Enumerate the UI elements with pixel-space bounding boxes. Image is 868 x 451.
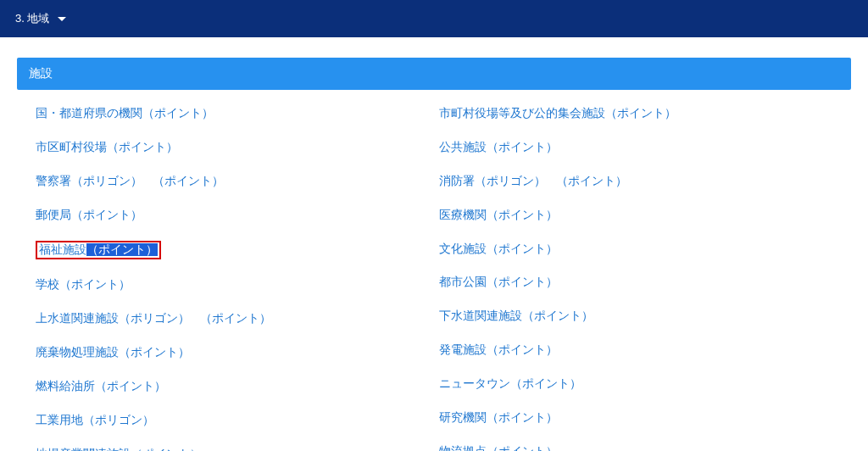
facility-link[interactable]: （ポイント）: [153, 175, 224, 187]
facility-link[interactable]: 発電施設（ポイント）: [439, 343, 558, 356]
facility-link[interactable]: 公共施設（ポイント）: [439, 141, 558, 153]
content: 施設 国・都道府県の機関（ポイント）市区町村役場（ポイント）警察署（ポリゴン）（…: [0, 37, 868, 451]
facility-link[interactable]: 市町村役場等及び公的集会施設（ポイント）: [439, 107, 676, 120]
facility-link[interactable]: 学校（ポイント）: [36, 278, 131, 291]
link-row: 廃棄物処理施設（ポイント）: [36, 344, 439, 361]
link-row: 地場産業関連施設（ポイント）: [36, 446, 439, 451]
highlighted-link[interactable]: 福祉施設（ポイント）: [36, 241, 161, 260]
caret-down-icon[interactable]: [58, 17, 66, 21]
link-row: 物流拠点（ポイント）: [439, 443, 843, 451]
facility-link[interactable]: （ポイント）: [556, 175, 627, 187]
link-row: 都市公園（ポイント）: [439, 274, 843, 291]
link-row: 燃料給油所（ポイント）: [36, 378, 439, 395]
facility-link[interactable]: ニュータウン（ポイント）: [439, 377, 581, 390]
link-row: 研究機関（ポイント）: [439, 409, 843, 426]
link-row: 郵便局（ポイント）: [36, 207, 439, 224]
facility-link[interactable]: 郵便局（ポイント）: [36, 209, 142, 221]
topbar-label[interactable]: 3. 地域: [15, 11, 49, 26]
topbar: 3. 地域: [0, 0, 868, 37]
link-column-right: 市町村役場等及び公的集会施設（ポイント）公共施設（ポイント）消防署（ポリゴン）（…: [439, 105, 843, 451]
link-row: 国・都道府県の機関（ポイント）: [36, 105, 439, 122]
facility-link[interactable]: 燃料給油所（ポイント）: [36, 380, 166, 393]
link-row: ニュータウン（ポイント）: [439, 376, 843, 393]
facility-link[interactable]: 工業用地（ポリゴン）: [36, 414, 154, 426]
link-row: 工業用地（ポリゴン）: [36, 412, 439, 429]
facility-link[interactable]: 医療機関（ポイント）: [439, 209, 558, 221]
facility-link[interactable]: 上水道関連施設（ポリゴン）: [36, 312, 190, 325]
facility-link[interactable]: 警察署（ポリゴン）: [36, 175, 142, 187]
link-row: 発電施設（ポイント）: [439, 342, 843, 359]
link-row: 市町村役場等及び公的集会施設（ポイント）: [439, 105, 843, 122]
link-area: 国・都道府県の機関（ポイント）市区町村役場（ポイント）警察署（ポリゴン）（ポイン…: [17, 90, 851, 451]
link-row: 文化施設（ポイント）: [439, 241, 843, 258]
facility-link[interactable]: 地場産業関連施設（ポイント）: [36, 448, 202, 451]
facility-link[interactable]: 都市公園（ポイント）: [439, 276, 558, 288]
facility-link[interactable]: 市区町村役場（ポイント）: [36, 141, 178, 153]
link-row: 学校（ポイント）: [36, 276, 439, 293]
link-column-left: 国・都道府県の機関（ポイント）市区町村役場（ポイント）警察署（ポリゴン）（ポイン…: [36, 105, 439, 451]
facility-link[interactable]: 文化施設（ポイント）: [439, 242, 558, 255]
facility-link[interactable]: 下水道関連施設（ポイント）: [439, 309, 593, 322]
facility-link[interactable]: 消防署（ポリゴン）: [439, 175, 546, 187]
facility-link[interactable]: 福祉施設（ポイント）: [39, 243, 158, 256]
facility-link[interactable]: （ポイント）: [200, 312, 271, 325]
facility-link[interactable]: 廃棄物処理施設（ポイント）: [36, 346, 190, 359]
link-row: 医療機関（ポイント）: [439, 207, 843, 224]
link-row: 警察署（ポリゴン）（ポイント）: [36, 173, 439, 190]
link-row: 市区町村役場（ポイント）: [36, 139, 439, 156]
link-row: 福祉施設（ポイント）: [36, 241, 439, 260]
link-row: 消防署（ポリゴン）（ポイント）: [439, 173, 843, 190]
facility-link[interactable]: 国・都道府県の機関（ポイント）: [36, 107, 214, 120]
link-row: 公共施設（ポイント）: [439, 139, 843, 156]
link-row: 上水道関連施設（ポリゴン）（ポイント）: [36, 310, 439, 327]
facility-link[interactable]: 物流拠点（ポイント）: [439, 445, 558, 451]
facility-link[interactable]: 研究機関（ポイント）: [439, 411, 558, 424]
link-row: 下水道関連施設（ポイント）: [439, 308, 843, 325]
section-header: 施設: [17, 58, 851, 90]
